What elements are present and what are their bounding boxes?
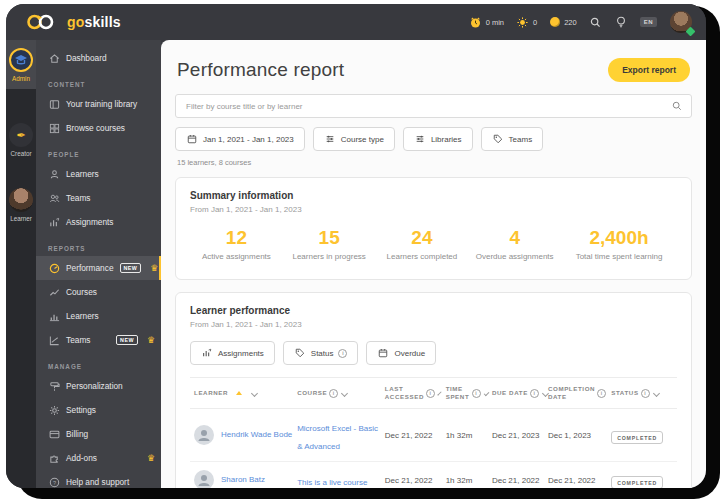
- notifications-bulb-icon[interactable]: [615, 16, 627, 28]
- col-header-learner[interactable]: LEARNER: [190, 389, 297, 397]
- col-header-status[interactable]: STATUSi: [611, 389, 677, 398]
- nav-section-reports: REPORTS: [48, 245, 161, 252]
- search-input[interactable]: [184, 101, 671, 112]
- language-badge[interactable]: EN: [640, 17, 657, 27]
- col-header-time-spent[interactable]: TIME SPENTi: [446, 385, 492, 401]
- sidebar-item-addons[interactable]: Add-ons ♛: [36, 446, 161, 470]
- completion-date-cell: Dec 21, 2022: [548, 476, 611, 485]
- col-header-due-date[interactable]: DUE DATEi: [492, 389, 548, 398]
- assignments-filter[interactable]: Assignments: [190, 341, 275, 365]
- user-avatar[interactable]: [670, 11, 692, 33]
- learner-name-link[interactable]: Hendrik Wade Bode: [221, 430, 292, 441]
- sidebar-item-billing[interactable]: Billing: [36, 422, 161, 446]
- course-type-filter[interactable]: Course type: [313, 127, 395, 151]
- line-chart-icon: [48, 286, 60, 298]
- date-range-filter[interactable]: Jan 1, 2021 - Jan 1, 2023: [175, 127, 305, 151]
- goskills-logo[interactable]: goskills: [26, 13, 121, 31]
- status-badge: COMPLETED: [611, 476, 663, 488]
- libraries-filter[interactable]: Libraries: [403, 127, 473, 151]
- chevron-down-icon[interactable]: [653, 390, 660, 397]
- col-header-completion-date[interactable]: COMPLETION DATEi: [548, 385, 611, 401]
- course-link[interactable]: Microsoft Excel - Basic & Advanced: [297, 424, 378, 451]
- learner-performance-title: Learner performance: [190, 305, 677, 316]
- home-icon: [48, 52, 60, 64]
- sidebar-item-dashboard[interactable]: Dashboard: [36, 46, 161, 70]
- person-icon: [48, 168, 60, 180]
- status-filter[interactable]: Status i: [283, 341, 359, 365]
- info-icon[interactable]: i: [641, 389, 650, 398]
- sidebar-item-assignments[interactable]: Assignments: [36, 210, 161, 234]
- chevron-down-icon[interactable]: [483, 390, 489, 396]
- performance-gauge-icon: [48, 262, 60, 274]
- chevron-down-icon[interactable]: [251, 390, 258, 397]
- status-badge: COMPLETED: [611, 431, 663, 444]
- chevron-down-icon[interactable]: [437, 391, 441, 395]
- timer-chip[interactable]: 0 min: [470, 16, 504, 28]
- export-report-button[interactable]: Export report: [608, 58, 690, 82]
- sidebar-item-personalization[interactable]: Personalization: [36, 374, 161, 398]
- nav-section-manage: MANAGE: [48, 363, 161, 370]
- gem-icon: [686, 27, 696, 37]
- streak-chip[interactable]: 0: [517, 16, 537, 28]
- sidebar-item-training-library[interactable]: Your training library: [36, 92, 161, 116]
- coin-icon: [550, 17, 560, 27]
- last-accessed-cell: Dec 21, 2022: [385, 431, 446, 440]
- summary-subtitle: From Jan 1, 2021 - Jan 1, 2023: [190, 205, 677, 214]
- last-accessed-cell: Dec 21, 2022: [385, 476, 446, 485]
- chevron-down-icon[interactable]: [341, 390, 348, 397]
- rail-label-admin: Admin: [12, 75, 30, 82]
- learner-name-link[interactable]: Sharon Batz: [221, 475, 265, 486]
- learner-table: LEARNER COURSEi LAST ACCESSEDi TIME SPEN…: [190, 377, 677, 488]
- credit-card-icon: [48, 428, 60, 440]
- logo-text: goskills: [67, 14, 121, 30]
- crown-icon: ♛: [147, 454, 155, 463]
- coins-chip[interactable]: 220: [550, 17, 577, 27]
- new-badge: NEW: [120, 263, 142, 273]
- sidebar-item-performance[interactable]: Performance NEW ♛: [36, 256, 161, 280]
- info-icon[interactable]: i: [530, 389, 539, 398]
- sidebar-item-browse-courses[interactable]: Browse courses: [36, 116, 161, 140]
- sidebar-item-settings[interactable]: Settings: [36, 398, 161, 422]
- info-icon[interactable]: i: [597, 389, 606, 398]
- rail-item-admin[interactable]: Admin: [6, 40, 36, 89]
- results-count: 15 learners, 8 courses: [177, 158, 690, 167]
- stat-learners-in-progress: 15Learners in progress: [283, 227, 376, 261]
- top-bar: goskills 0 min 0 220: [6, 4, 706, 40]
- sidebar-item-help[interactable]: ? Help and support: [36, 470, 161, 488]
- sidebar-item-teams[interactable]: Teams: [36, 186, 161, 210]
- info-icon[interactable]: i: [329, 389, 338, 398]
- sidebar-item-courses-report[interactable]: Courses: [36, 280, 161, 304]
- help-icon: ?: [48, 476, 60, 488]
- paint-icon: [48, 380, 60, 392]
- search-icon[interactable]: [671, 100, 683, 112]
- learner-avatar: [9, 188, 33, 212]
- rail-label-creator: Creator: [11, 150, 32, 157]
- overdue-filter[interactable]: Overdue: [366, 341, 436, 365]
- info-icon[interactable]: i: [426, 389, 435, 398]
- screenshot-stage: goskills 0 min 0 220: [0, 0, 720, 499]
- teams-filter[interactable]: Teams: [481, 127, 544, 151]
- sidebar-item-learners[interactable]: Learners: [36, 162, 161, 186]
- completion-date-cell: Dec 1, 2023: [548, 431, 611, 440]
- sidebar-item-learners-report[interactable]: Learners: [36, 304, 161, 328]
- admin-role-icon: [9, 48, 33, 72]
- table-row: Hendrik Wade Bode Microsoft Excel - Basi…: [190, 409, 677, 462]
- rail-item-creator[interactable]: ✒ Creator: [6, 115, 36, 164]
- goskills-infinity-icon: [26, 13, 60, 31]
- nav-section-people: PEOPLE: [48, 151, 161, 158]
- streak-value: 0: [533, 18, 537, 27]
- col-header-last-accessed[interactable]: LAST ACCESSEDi: [385, 385, 446, 401]
- stat-active-assignments: 12Active assignments: [190, 227, 283, 261]
- status-info-icon[interactable]: i: [338, 349, 347, 358]
- assignments-chart-icon: [201, 347, 213, 359]
- search-icon[interactable]: [590, 16, 602, 28]
- course-link[interactable]: This is a live course: [297, 478, 367, 487]
- rail-item-learner[interactable]: Learner: [6, 180, 36, 229]
- sidebar-item-teams-report[interactable]: Teams NEW ♛: [36, 328, 161, 352]
- due-date-cell: Dec 21, 2023: [492, 431, 548, 440]
- learner-avatar: [194, 470, 214, 488]
- col-header-course[interactable]: COURSEi: [297, 389, 385, 398]
- info-icon[interactable]: i: [472, 389, 481, 398]
- sort-asc-icon[interactable]: [236, 391, 242, 395]
- learner-avatar: [194, 425, 214, 445]
